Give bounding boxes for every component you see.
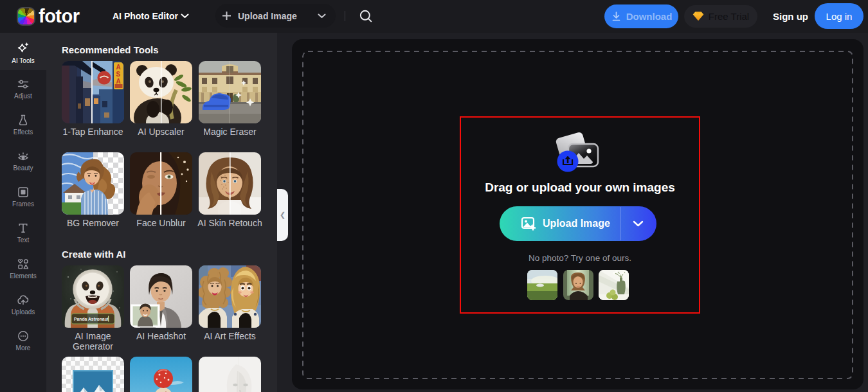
svg-text:Panda Astronaut: Panda Astronaut	[74, 317, 109, 321]
svg-text:A: A	[116, 64, 121, 71]
svg-text:A: A	[116, 78, 121, 85]
svg-text:S: S	[116, 71, 121, 78]
